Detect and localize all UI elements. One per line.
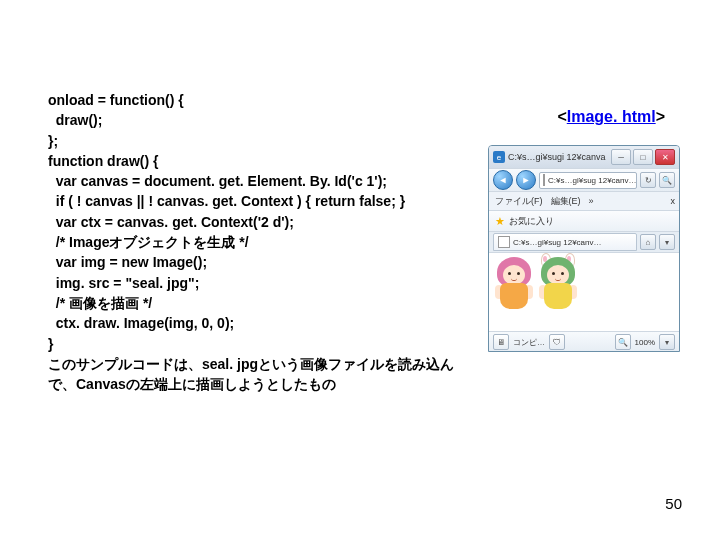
favorites-label[interactable]: お気に入り: [509, 215, 554, 228]
computer-icon[interactable]: 🖥: [493, 334, 509, 350]
menu-edit[interactable]: 編集(E): [551, 195, 581, 208]
minimize-button[interactable]: ─: [611, 149, 631, 165]
refresh-button[interactable]: ↻: [640, 172, 656, 188]
search-button[interactable]: 🔍: [659, 172, 675, 188]
tab-label: C:¥s…gi¥sug 12¥canv…: [513, 238, 602, 247]
menu-close[interactable]: x: [671, 196, 674, 206]
star-icon[interactable]: ★: [495, 215, 505, 228]
image-html-link: <Image. html>: [557, 108, 665, 126]
close-button[interactable]: ✕: [655, 149, 675, 165]
ie-icon: e: [493, 151, 505, 163]
zoom-level: 100%: [635, 338, 655, 347]
window-title: C:¥s…gi¥sugi 12¥canva: [508, 152, 608, 162]
page-number: 50: [665, 495, 682, 512]
favorites-row: ★ お気に入り: [489, 210, 679, 231]
zoom-icon[interactable]: 🔍: [615, 334, 631, 350]
page-icon: [498, 236, 510, 248]
menu-more[interactable]: »: [589, 196, 594, 206]
titlebar: e C:¥s…gi¥sugi 12¥canva ─ □ ✕: [489, 146, 679, 168]
seal-image-left: [493, 257, 535, 315]
address-bar[interactable]: C:¥s…gi¥sug 12¥canv…: [539, 172, 637, 189]
protected-mode-icon[interactable]: 🛡: [549, 334, 565, 350]
maximize-button[interactable]: □: [633, 149, 653, 165]
browser-window: e C:¥s…gi¥sugi 12¥canva ─ □ ✕ ◄ ► C:¥s…g…: [488, 145, 680, 352]
menu-row: ファイル(F) 編集(E) » x: [489, 191, 679, 210]
tab-menu[interactable]: ▾: [659, 234, 675, 250]
page-icon: [543, 174, 545, 186]
link-text[interactable]: Image. html: [567, 108, 656, 125]
status-bar: 🖥 コンピ… 🛡 🔍 100% ▾: [489, 331, 679, 352]
back-button[interactable]: ◄: [493, 170, 513, 190]
nav-row: ◄ ► C:¥s…gi¥sug 12¥canv… ↻ 🔍: [489, 168, 679, 191]
canvas-area: [489, 252, 679, 331]
status-label: コンピ…: [513, 337, 545, 348]
code-block: onload = function() { draw(); }; functio…: [48, 90, 468, 394]
menu-file[interactable]: ファイル(F): [495, 195, 543, 208]
seal-image-right: [537, 257, 579, 315]
home-button[interactable]: ⌂: [640, 234, 656, 250]
tab-row: C:¥s…gi¥sug 12¥canv… ⌂ ▾: [489, 231, 679, 252]
forward-button[interactable]: ►: [516, 170, 536, 190]
tab[interactable]: C:¥s…gi¥sug 12¥canv…: [493, 233, 637, 251]
zoom-dropdown[interactable]: ▾: [659, 334, 675, 350]
